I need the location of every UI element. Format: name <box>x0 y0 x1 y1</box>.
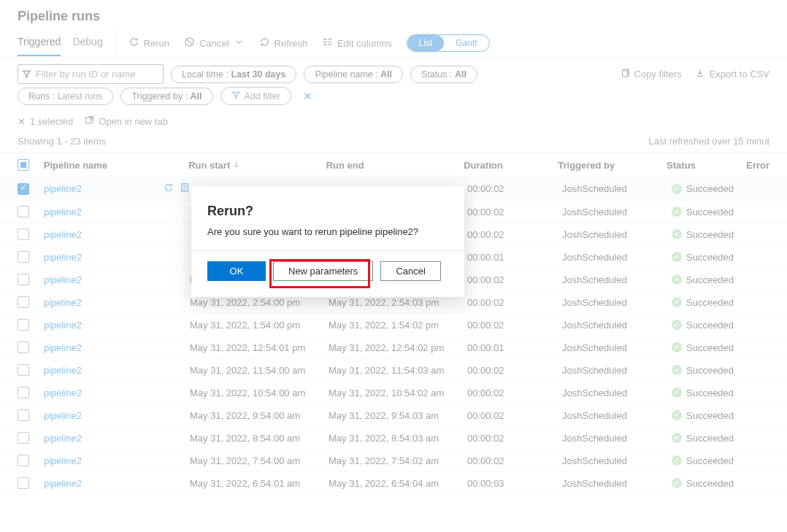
cancel-button-dialog[interactable]: Cancel <box>380 261 440 281</box>
rerun-dialog: Rerun? Are you sure you want to rerun pi… <box>191 186 464 297</box>
dialog-message: Are you sure you want to rerun pipeline … <box>207 226 448 237</box>
new-parameters-button[interactable]: New parameters <box>273 261 373 281</box>
ok-button[interactable]: OK <box>207 261 266 281</box>
dialog-title: Rerun? <box>207 204 448 219</box>
